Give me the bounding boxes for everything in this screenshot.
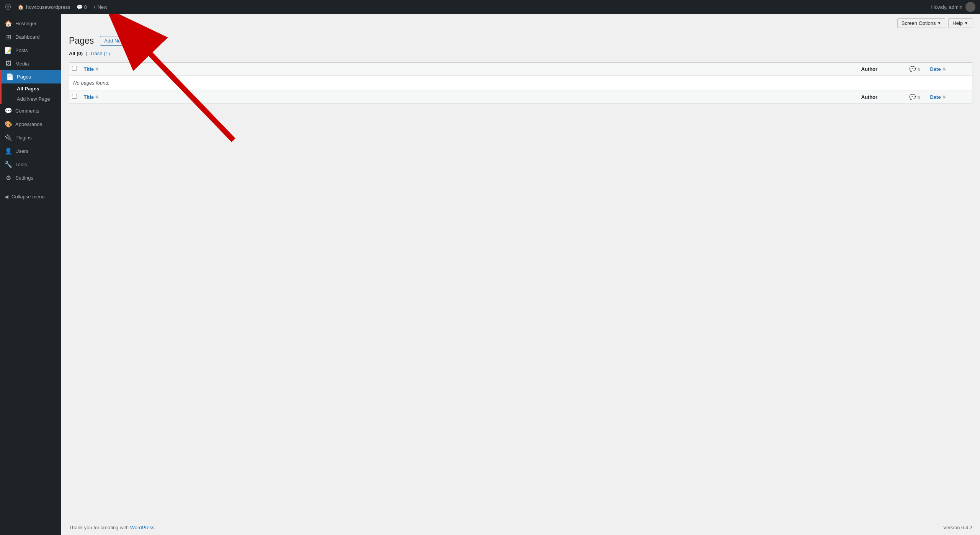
adminbar-site-link[interactable]: 🏠 howtousewordpress	[18, 4, 70, 10]
media-icon: 🖼	[5, 60, 12, 67]
footer-comments-icon: 💬	[909, 94, 916, 100]
table-footer: Title ⇅ Author 💬 ⇅	[69, 91, 972, 103]
header-checkbox	[69, 63, 80, 75]
footer-comments-sort-icon: ⇅	[917, 95, 920, 100]
sidebar-item-posts[interactable]: 📝 Posts	[0, 44, 61, 57]
dashboard-icon: ⊞	[5, 33, 12, 41]
collapse-icon: ◀	[5, 194, 8, 200]
avatar[interactable]	[965, 2, 975, 12]
comments-sort-icon: ⇅	[917, 67, 920, 72]
sidebar-item-hostinger[interactable]: 🏠 Hostinger	[0, 17, 61, 30]
page-header-bar: Screen Options ▼ Help ▼	[61, 14, 980, 28]
footer-date-sort-icon: ⇅	[942, 95, 946, 99]
wp-layout: 🏠 Hostinger ⊞ Dashboard 📝 Posts 🖼 Media …	[0, 14, 980, 535]
page-title-area: Pages Add New Page	[69, 36, 972, 46]
table-body: No pages found.	[69, 75, 972, 91]
appearance-icon: 🎨	[5, 121, 12, 128]
plus-icon: +	[93, 4, 96, 10]
admin-menu: 🏠 Hostinger ⊞ Dashboard 📝 Posts 🖼 Media …	[0, 14, 61, 535]
tools-icon: 🔧	[5, 161, 12, 168]
settings-icon: ⚙	[5, 174, 12, 182]
home-icon: 🏠	[18, 4, 24, 10]
add-new-page-button[interactable]: Add New Page	[100, 36, 142, 46]
pages-submenu: All Pages Add New Page	[2, 83, 61, 104]
sidebar-item-tools[interactable]: 🔧 Tools	[0, 158, 61, 171]
sort-title-link[interactable]: Title ⇅	[84, 66, 854, 72]
screen-options-button[interactable]: Screen Options ▼	[897, 18, 946, 28]
posts-icon: 📝	[5, 47, 12, 54]
adminbar-right: Howdy, admin	[931, 2, 975, 12]
adminbar-comments[interactable]: 💬 0	[77, 4, 87, 10]
howdy-text: Howdy, admin	[931, 4, 962, 10]
filter-all[interactable]: All (0)	[69, 51, 83, 56]
title-sort-icon: ⇅	[95, 67, 98, 71]
page-title: Pages	[69, 36, 94, 46]
header-buttons: Screen Options ▼ Help ▼	[897, 18, 972, 28]
help-arrow-icon: ▼	[964, 21, 968, 25]
footer-title: Title ⇅	[80, 91, 858, 103]
footer-comments: 💬 ⇅	[903, 91, 926, 103]
help-button[interactable]: Help ▼	[948, 18, 972, 28]
header-author: Author	[858, 63, 903, 75]
table-header: Title ⇅ Author 💬 ⇅	[69, 63, 972, 75]
header-date: Date ⇅	[926, 63, 972, 75]
table-header-row: Title ⇅ Author 💬 ⇅	[69, 63, 972, 75]
sidebar-item-media[interactable]: 🖼 Media	[0, 57, 61, 70]
sidebar-item-comments[interactable]: 💬 Comments	[0, 104, 61, 118]
header-comments: 💬 ⇅	[903, 63, 926, 75]
admin-bar: ☉ 🏠 howtousewordpress 💬 0 + New Howdy, a…	[0, 0, 980, 14]
footer-date: Date ⇅	[926, 91, 972, 103]
sidebar-item-pages[interactable]: 📄 Pages	[2, 70, 61, 83]
footer-checkbox	[69, 91, 80, 103]
sidebar-item-add-new-page[interactable]: Add New Page	[2, 94, 61, 104]
footer-sort-title-link[interactable]: Title ⇅	[84, 94, 854, 100]
wordpress-link[interactable]: WordPress	[130, 525, 155, 530]
no-items-cell: No pages found.	[69, 75, 972, 91]
wp-footer: Thank you for creating with WordPress. V…	[61, 520, 980, 535]
select-all-footer-checkbox[interactable]	[72, 94, 77, 99]
comment-bubble-icon: 💬	[77, 4, 83, 10]
footer-version: Version 6.4.2	[943, 525, 972, 530]
sidebar-item-plugins[interactable]: 🔌 Plugins	[0, 131, 61, 144]
comments-icon: 💬	[5, 107, 12, 115]
sidebar-item-appearance[interactable]: 🎨 Appearance	[0, 118, 61, 131]
no-items-row: No pages found.	[69, 75, 972, 91]
main-content: Screen Options ▼ Help ▼ Pages Add New Pa…	[61, 14, 980, 535]
pages-icon: 📄	[6, 73, 14, 80]
footer-sort-date-link[interactable]: Date ⇅	[930, 94, 969, 100]
sidebar-item-settings[interactable]: ⚙ Settings	[0, 171, 61, 185]
filter-trash[interactable]: Trash (1)	[90, 51, 110, 56]
date-sort-icon: ⇅	[942, 67, 946, 71]
sidebar-item-dashboard[interactable]: ⊞ Dashboard	[0, 30, 61, 44]
screen-options-arrow-icon: ▼	[937, 21, 941, 25]
sidebar-item-all-pages[interactable]: All Pages	[2, 83, 61, 94]
comments-column-icon: 💬	[909, 66, 916, 72]
content-wrap: Pages Add New Page All (0) | Trash (1)	[61, 28, 980, 520]
footer-title-sort-icon: ⇅	[95, 95, 98, 99]
adminbar-new[interactable]: + New	[93, 4, 108, 10]
header-title: Title ⇅	[80, 63, 858, 75]
users-icon: 👤	[5, 147, 12, 155]
sidebar-item-users[interactable]: 👤 Users	[0, 144, 61, 158]
collapse-menu[interactable]: ◀ Collapse menu	[0, 191, 61, 203]
pages-table: Title ⇅ Author 💬 ⇅	[69, 62, 972, 103]
footer-author: Author	[858, 91, 903, 103]
table-footer-row: Title ⇅ Author 💬 ⇅	[69, 91, 972, 103]
filter-links: All (0) | Trash (1)	[69, 51, 972, 56]
hostinger-icon: 🏠	[5, 20, 12, 27]
pages-menu-group: 📄 Pages All Pages Add New Page	[0, 70, 61, 104]
footer-credit: Thank you for creating with WordPress.	[69, 525, 156, 530]
plugins-icon: 🔌	[5, 134, 12, 141]
wp-logo[interactable]: ☉	[5, 2, 11, 11]
select-all-checkbox[interactable]	[72, 66, 77, 71]
sort-date-link[interactable]: Date ⇅	[930, 66, 969, 72]
